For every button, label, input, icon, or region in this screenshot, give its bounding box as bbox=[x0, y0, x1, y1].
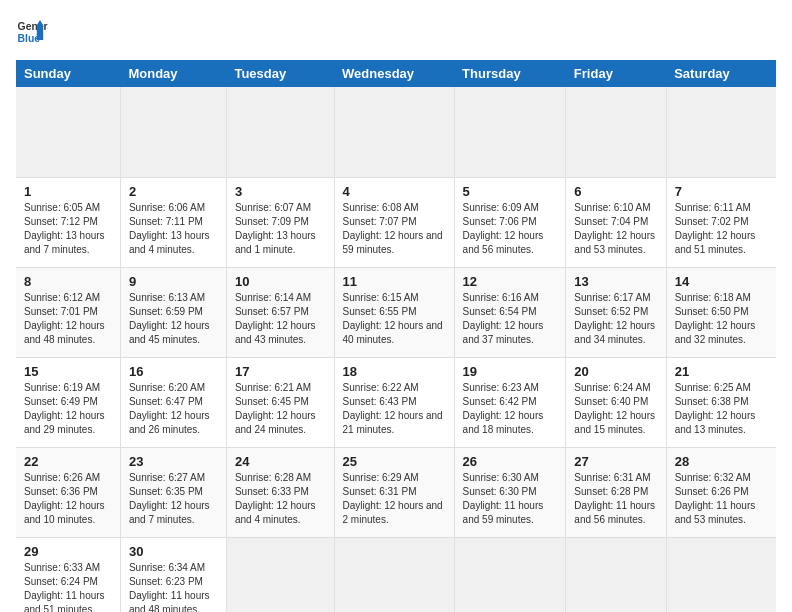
calendar-week-row: 22Sunrise: 6:26 AMSunset: 6:36 PMDayligh… bbox=[16, 447, 776, 537]
day-number: 26 bbox=[463, 454, 558, 469]
day-info: Sunrise: 6:08 AMSunset: 7:07 PMDaylight:… bbox=[343, 201, 446, 257]
day-info: Sunrise: 6:11 AMSunset: 7:02 PMDaylight:… bbox=[675, 201, 768, 257]
col-header-thursday: Thursday bbox=[454, 60, 566, 87]
day-number: 23 bbox=[129, 454, 218, 469]
calendar-cell bbox=[334, 537, 454, 612]
calendar-cell bbox=[16, 87, 120, 177]
day-number: 28 bbox=[675, 454, 768, 469]
calendar-cell bbox=[666, 537, 776, 612]
calendar-cell: 23Sunrise: 6:27 AMSunset: 6:35 PMDayligh… bbox=[120, 447, 226, 537]
calendar-cell: 22Sunrise: 6:26 AMSunset: 6:36 PMDayligh… bbox=[16, 447, 120, 537]
day-number: 27 bbox=[574, 454, 657, 469]
calendar-cell: 5Sunrise: 6:09 AMSunset: 7:06 PMDaylight… bbox=[454, 177, 566, 267]
day-number: 7 bbox=[675, 184, 768, 199]
day-info: Sunrise: 6:28 AMSunset: 6:33 PMDaylight:… bbox=[235, 471, 326, 527]
day-info: Sunrise: 6:23 AMSunset: 6:42 PMDaylight:… bbox=[463, 381, 558, 437]
day-info: Sunrise: 6:12 AMSunset: 7:01 PMDaylight:… bbox=[24, 291, 112, 347]
day-info: Sunrise: 6:29 AMSunset: 6:31 PMDaylight:… bbox=[343, 471, 446, 527]
calendar-cell: 19Sunrise: 6:23 AMSunset: 6:42 PMDayligh… bbox=[454, 357, 566, 447]
day-info: Sunrise: 6:10 AMSunset: 7:04 PMDaylight:… bbox=[574, 201, 657, 257]
calendar-table: SundayMondayTuesdayWednesdayThursdayFrid… bbox=[16, 60, 776, 612]
calendar-cell bbox=[120, 87, 226, 177]
day-number: 18 bbox=[343, 364, 446, 379]
calendar-week-row: 1Sunrise: 6:05 AMSunset: 7:12 PMDaylight… bbox=[16, 177, 776, 267]
day-info: Sunrise: 6:06 AMSunset: 7:11 PMDaylight:… bbox=[129, 201, 218, 257]
day-number: 2 bbox=[129, 184, 218, 199]
col-header-sunday: Sunday bbox=[16, 60, 120, 87]
day-number: 14 bbox=[675, 274, 768, 289]
day-number: 10 bbox=[235, 274, 326, 289]
col-header-friday: Friday bbox=[566, 60, 666, 87]
day-number: 29 bbox=[24, 544, 112, 559]
day-number: 4 bbox=[343, 184, 446, 199]
day-info: Sunrise: 6:14 AMSunset: 6:57 PMDaylight:… bbox=[235, 291, 326, 347]
day-info: Sunrise: 6:07 AMSunset: 7:09 PMDaylight:… bbox=[235, 201, 326, 257]
calendar-cell: 12Sunrise: 6:16 AMSunset: 6:54 PMDayligh… bbox=[454, 267, 566, 357]
col-header-saturday: Saturday bbox=[666, 60, 776, 87]
day-number: 12 bbox=[463, 274, 558, 289]
calendar-cell: 13Sunrise: 6:17 AMSunset: 6:52 PMDayligh… bbox=[566, 267, 666, 357]
calendar-cell bbox=[566, 537, 666, 612]
day-number: 1 bbox=[24, 184, 112, 199]
day-number: 19 bbox=[463, 364, 558, 379]
day-info: Sunrise: 6:20 AMSunset: 6:47 PMDaylight:… bbox=[129, 381, 218, 437]
calendar-cell: 2Sunrise: 6:06 AMSunset: 7:11 PMDaylight… bbox=[120, 177, 226, 267]
day-number: 15 bbox=[24, 364, 112, 379]
day-info: Sunrise: 6:30 AMSunset: 6:30 PMDaylight:… bbox=[463, 471, 558, 527]
calendar-week-row: 15Sunrise: 6:19 AMSunset: 6:49 PMDayligh… bbox=[16, 357, 776, 447]
day-number: 25 bbox=[343, 454, 446, 469]
calendar-cell bbox=[454, 87, 566, 177]
calendar-cell bbox=[226, 537, 334, 612]
day-number: 6 bbox=[574, 184, 657, 199]
calendar-cell: 26Sunrise: 6:30 AMSunset: 6:30 PMDayligh… bbox=[454, 447, 566, 537]
calendar-cell: 6Sunrise: 6:10 AMSunset: 7:04 PMDaylight… bbox=[566, 177, 666, 267]
day-number: 24 bbox=[235, 454, 326, 469]
calendar-cell: 17Sunrise: 6:21 AMSunset: 6:45 PMDayligh… bbox=[226, 357, 334, 447]
day-info: Sunrise: 6:16 AMSunset: 6:54 PMDaylight:… bbox=[463, 291, 558, 347]
calendar-cell: 29Sunrise: 6:33 AMSunset: 6:24 PMDayligh… bbox=[16, 537, 120, 612]
day-number: 17 bbox=[235, 364, 326, 379]
day-info: Sunrise: 6:22 AMSunset: 6:43 PMDaylight:… bbox=[343, 381, 446, 437]
calendar-cell: 14Sunrise: 6:18 AMSunset: 6:50 PMDayligh… bbox=[666, 267, 776, 357]
calendar-cell: 27Sunrise: 6:31 AMSunset: 6:28 PMDayligh… bbox=[566, 447, 666, 537]
day-info: Sunrise: 6:17 AMSunset: 6:52 PMDaylight:… bbox=[574, 291, 657, 347]
svg-text:General: General bbox=[18, 21, 48, 32]
day-info: Sunrise: 6:24 AMSunset: 6:40 PMDaylight:… bbox=[574, 381, 657, 437]
day-info: Sunrise: 6:19 AMSunset: 6:49 PMDaylight:… bbox=[24, 381, 112, 437]
day-number: 13 bbox=[574, 274, 657, 289]
logo: General Blue bbox=[16, 16, 48, 48]
day-number: 11 bbox=[343, 274, 446, 289]
day-info: Sunrise: 6:13 AMSunset: 6:59 PMDaylight:… bbox=[129, 291, 218, 347]
day-number: 22 bbox=[24, 454, 112, 469]
calendar-cell: 25Sunrise: 6:29 AMSunset: 6:31 PMDayligh… bbox=[334, 447, 454, 537]
calendar-cell: 1Sunrise: 6:05 AMSunset: 7:12 PMDaylight… bbox=[16, 177, 120, 267]
calendar-cell: 9Sunrise: 6:13 AMSunset: 6:59 PMDaylight… bbox=[120, 267, 226, 357]
calendar-cell bbox=[666, 87, 776, 177]
calendar-cell: 4Sunrise: 6:08 AMSunset: 7:07 PMDaylight… bbox=[334, 177, 454, 267]
day-info: Sunrise: 6:05 AMSunset: 7:12 PMDaylight:… bbox=[24, 201, 112, 257]
day-number: 21 bbox=[675, 364, 768, 379]
calendar-week-row bbox=[16, 87, 776, 177]
calendar-cell: 7Sunrise: 6:11 AMSunset: 7:02 PMDaylight… bbox=[666, 177, 776, 267]
calendar-cell: 21Sunrise: 6:25 AMSunset: 6:38 PMDayligh… bbox=[666, 357, 776, 447]
day-info: Sunrise: 6:21 AMSunset: 6:45 PMDaylight:… bbox=[235, 381, 326, 437]
calendar-cell: 16Sunrise: 6:20 AMSunset: 6:47 PMDayligh… bbox=[120, 357, 226, 447]
day-number: 5 bbox=[463, 184, 558, 199]
day-number: 20 bbox=[574, 364, 657, 379]
day-info: Sunrise: 6:15 AMSunset: 6:55 PMDaylight:… bbox=[343, 291, 446, 347]
logo-icon: General Blue bbox=[16, 16, 48, 48]
day-number: 3 bbox=[235, 184, 326, 199]
calendar-cell bbox=[566, 87, 666, 177]
day-info: Sunrise: 6:09 AMSunset: 7:06 PMDaylight:… bbox=[463, 201, 558, 257]
calendar-cell: 20Sunrise: 6:24 AMSunset: 6:40 PMDayligh… bbox=[566, 357, 666, 447]
calendar-cell: 3Sunrise: 6:07 AMSunset: 7:09 PMDaylight… bbox=[226, 177, 334, 267]
calendar-cell: 15Sunrise: 6:19 AMSunset: 6:49 PMDayligh… bbox=[16, 357, 120, 447]
day-number: 30 bbox=[129, 544, 218, 559]
calendar-cell bbox=[226, 87, 334, 177]
day-number: 9 bbox=[129, 274, 218, 289]
calendar-cell bbox=[454, 537, 566, 612]
calendar-cell: 24Sunrise: 6:28 AMSunset: 6:33 PMDayligh… bbox=[226, 447, 334, 537]
calendar-cell: 8Sunrise: 6:12 AMSunset: 7:01 PMDaylight… bbox=[16, 267, 120, 357]
day-info: Sunrise: 6:25 AMSunset: 6:38 PMDaylight:… bbox=[675, 381, 768, 437]
day-number: 8 bbox=[24, 274, 112, 289]
